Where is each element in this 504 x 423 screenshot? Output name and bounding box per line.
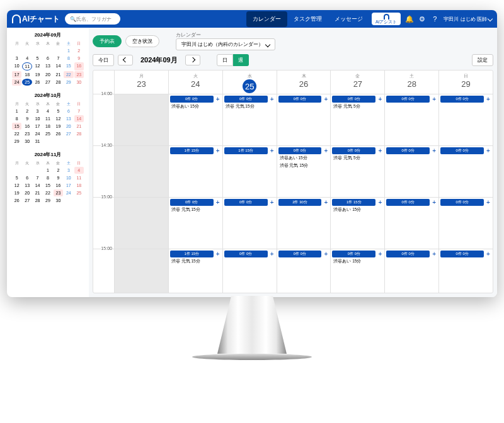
mini-cal-day[interactable]: 13 xyxy=(22,182,32,189)
mini-cal-day[interactable]: 19 xyxy=(12,189,21,196)
add-icon[interactable]: + xyxy=(377,147,383,154)
mini-cal-day[interactable]: 16 xyxy=(74,62,84,70)
mini-cal-day[interactable]: 7 xyxy=(74,108,84,115)
time-slot[interactable]: 1件 15分+渋谷あい 15分 xyxy=(331,198,384,249)
time-slot[interactable]: 0件 0分+ xyxy=(223,249,277,293)
add-icon[interactable]: + xyxy=(377,199,383,206)
add-icon[interactable]: + xyxy=(269,199,275,206)
time-slot[interactable]: 0件 0分+渋谷あい 15分 xyxy=(169,94,222,146)
mini-cal-day[interactable]: 19 xyxy=(54,123,63,130)
time-slot[interactable]: 0件 0分+ xyxy=(385,198,438,249)
appointment[interactable]: 渋谷 元気 5分 xyxy=(332,155,383,162)
nav-tasks[interactable]: タスク管理 xyxy=(287,11,328,27)
mini-cal-day[interactable]: 11 xyxy=(43,115,52,122)
time-slot[interactable]: 0件 0分+ xyxy=(439,198,493,249)
mini-cal-day[interactable]: 24 xyxy=(33,130,42,137)
mini-cal-day[interactable]: 6 xyxy=(22,174,32,181)
add-icon[interactable]: + xyxy=(377,251,383,257)
add-icon[interactable]: + xyxy=(485,251,491,257)
mini-cal-day[interactable]: 5 xyxy=(12,174,21,181)
day-header[interactable]: 金27 xyxy=(331,70,384,94)
appointment[interactable]: 渋谷あい 15分 xyxy=(332,258,383,265)
mini-cal-day[interactable]: 31 xyxy=(33,138,42,145)
add-icon[interactable]: + xyxy=(431,147,437,154)
time-slot[interactable]: 2件 30分+ xyxy=(277,198,331,249)
bell-icon[interactable]: 🔔 xyxy=(403,15,416,23)
mini-cal-day[interactable]: 11 xyxy=(22,62,32,70)
appointment[interactable]: 渋谷 元気 15分 xyxy=(170,206,221,213)
mini-cal-day[interactable]: 3 xyxy=(64,167,73,174)
time-slot[interactable] xyxy=(115,146,168,198)
add-icon[interactable]: + xyxy=(431,199,437,206)
mini-cal-day[interactable]: 28 xyxy=(54,79,63,86)
day-header[interactable]: 木26 xyxy=(277,70,331,94)
mini-cal-day[interactable]: 29 xyxy=(43,197,52,204)
day-header[interactable]: 日29 xyxy=(439,70,493,94)
time-slot[interactable]: 0件 0分+渋谷 元気 5分 xyxy=(331,94,384,146)
mini-cal-day[interactable]: 25 xyxy=(43,130,52,137)
time-slot[interactable] xyxy=(115,94,168,146)
mini-cal-day[interactable]: 5 xyxy=(33,55,42,62)
nav-calendar[interactable]: カレンダー xyxy=(246,11,287,27)
day-header[interactable]: 火24 xyxy=(169,70,222,94)
mini-cal-day[interactable]: 10 xyxy=(12,62,21,70)
time-slot[interactable]: 0件 0分+ xyxy=(385,249,438,293)
mini-cal-day[interactable]: 13 xyxy=(43,62,52,70)
mini-cal-day[interactable]: 20 xyxy=(43,71,52,78)
mini-cal-day[interactable]: 28 xyxy=(33,197,42,204)
add-icon[interactable]: + xyxy=(431,96,437,103)
mini-cal-day[interactable]: 5 xyxy=(54,108,63,115)
settings-button[interactable]: 設定 xyxy=(472,54,493,66)
mini-cal-day[interactable]: 29 xyxy=(12,138,21,145)
add-icon[interactable]: + xyxy=(485,147,491,154)
mini-cal-day[interactable]: 9 xyxy=(54,174,63,181)
mini-cal-day[interactable]: 30 xyxy=(74,79,84,86)
user-menu[interactable]: 宇田川 はじめ 医師 xyxy=(444,16,492,23)
time-slot[interactable]: 0件 0分+ xyxy=(439,94,493,146)
appointment[interactable]: 渋谷あい 15分 xyxy=(278,155,329,162)
help-icon[interactable]: ? xyxy=(428,15,441,23)
time-slot[interactable]: 0件 0分+渋谷あい 15分 xyxy=(331,249,384,293)
add-icon[interactable]: + xyxy=(269,96,275,103)
time-slot[interactable]: 0件 0分+渋谷 元気 15分 xyxy=(223,94,277,146)
day-header[interactable]: 月23 xyxy=(115,70,168,94)
mini-cal-day[interactable]: 7 xyxy=(33,174,42,181)
view-day[interactable]: 日 xyxy=(217,54,233,66)
mini-cal-day[interactable]: 4 xyxy=(22,55,32,62)
mini-cal-day[interactable]: 10 xyxy=(33,115,42,122)
prev-button[interactable] xyxy=(118,55,133,65)
time-slot[interactable]: 0件 0分+渋谷あい 15分渋谷 元気 15分 xyxy=(277,146,331,198)
add-icon[interactable]: + xyxy=(323,96,329,103)
calendar-select[interactable]: 宇田川 はじめ（内科のカレンダー） xyxy=(176,38,275,50)
mini-cal-day[interactable]: 29 xyxy=(64,79,73,86)
add-icon[interactable]: + xyxy=(431,251,437,257)
time-slot[interactable]: 1件 15分+ xyxy=(169,146,222,198)
mini-cal-day[interactable]: 4 xyxy=(74,167,84,174)
time-slot[interactable]: 0件 0分+渋谷 元気 15分 xyxy=(169,198,222,249)
mini-cal-day[interactable]: 23 xyxy=(54,189,63,196)
mini-cal-day[interactable]: 16 xyxy=(22,123,32,130)
mini-cal-day[interactable]: 28 xyxy=(74,130,84,137)
add-icon[interactable]: + xyxy=(323,147,329,154)
mini-cal-day[interactable]: 2 xyxy=(22,108,32,115)
nav-messages[interactable]: メッセージ xyxy=(328,11,369,27)
mini-cal-day[interactable]: 16 xyxy=(54,182,63,189)
time-slot[interactable] xyxy=(115,198,168,249)
gear-icon[interactable]: ⚙ xyxy=(416,15,428,23)
add-icon[interactable]: + xyxy=(269,147,275,154)
mini-cal-day[interactable]: 3 xyxy=(33,108,42,115)
mini-cal-day[interactable]: 22 xyxy=(12,130,21,137)
mini-cal-day[interactable]: 27 xyxy=(43,79,52,86)
mini-cal-day[interactable]: 1 xyxy=(64,47,73,54)
time-slot[interactable]: 0件 0分+ xyxy=(277,94,331,146)
add-icon[interactable]: + xyxy=(215,147,221,154)
appointment[interactable]: 渋谷 元気 15分 xyxy=(278,162,329,169)
mini-cal-day[interactable]: 15 xyxy=(12,123,21,130)
mini-cal-day[interactable]: 26 xyxy=(12,197,21,204)
time-slot[interactable]: 1件 15分+渋谷 元気 15分 xyxy=(169,249,222,293)
mini-cal-day[interactable]: 8 xyxy=(12,115,21,122)
view-week[interactable]: 週 xyxy=(233,54,249,66)
add-icon[interactable]: + xyxy=(269,251,275,257)
mini-cal-day[interactable]: 11 xyxy=(74,174,84,181)
next-button[interactable] xyxy=(185,55,200,65)
